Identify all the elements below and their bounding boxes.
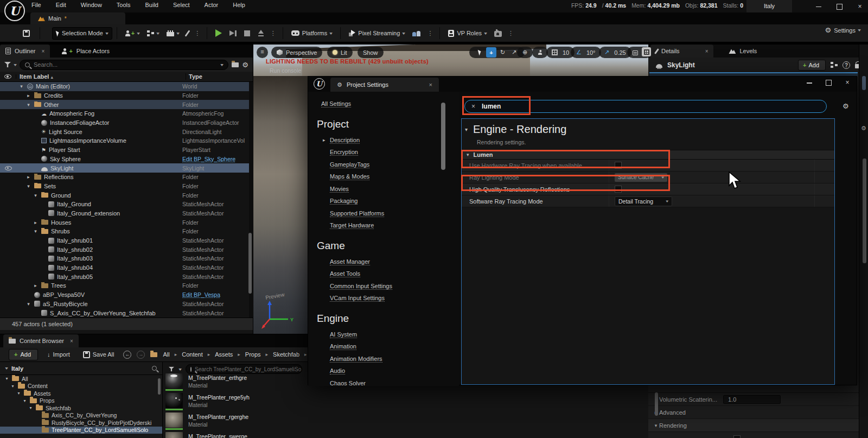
- unreal-logo[interactable]: U: [4, 1, 25, 21]
- pixel-streaming-dropdown[interactable]: Pixel Streaming ▾: [345, 27, 409, 40]
- tree-scrollbar[interactable]: [158, 378, 161, 395]
- checkbox[interactable]: [615, 162, 622, 169]
- outliner-row[interactable]: SkyLightSkyLight: [0, 163, 250, 173]
- expand-arrow-icon[interactable]: ▸: [25, 174, 31, 180]
- expand-arrow-icon[interactable]: ▾: [25, 183, 31, 189]
- outliner-search-input[interactable]: Search... ▾: [20, 60, 228, 70]
- expand-arrow-icon[interactable]: ▾: [33, 193, 39, 198]
- new-folder-icon[interactable]: [232, 62, 239, 67]
- folder-tree-row[interactable]: ▾All: [0, 375, 162, 383]
- close-icon[interactable]: ×: [42, 48, 45, 54]
- outliner-row[interactable]: ⚑Player StartPlayerStart: [0, 145, 250, 155]
- breadcrumb-item[interactable]: Content: [182, 351, 203, 358]
- folder-tree-row[interactable]: ▾Content: [0, 383, 162, 390]
- breadcrumb-item[interactable]: All: [163, 351, 169, 358]
- kebab-icon[interactable]: ⋮: [425, 30, 435, 37]
- nav-item-movies[interactable]: Movies: [330, 186, 349, 193]
- add-actor-button[interactable]: + ▾: [122, 27, 143, 40]
- asset-item[interactable]: M_TreePlanter_erthgreMaterial: [165, 373, 307, 391]
- settings-search-input[interactable]: × lumen: [464, 100, 827, 113]
- dropdown[interactable]: Surface Cache▾: [615, 173, 667, 182]
- outliner-row[interactable]: ☁Atmospheric FogAtmosphericFog: [0, 109, 250, 118]
- nav-item-gameplaytags[interactable]: GameplayTags: [330, 161, 369, 168]
- tab-outliner[interactable]: Outliner ×: [0, 45, 50, 58]
- back-icon[interactable]: ←: [123, 351, 131, 359]
- step-button[interactable]: [226, 27, 240, 40]
- expand-arrow-icon[interactable]: ▾: [16, 391, 21, 396]
- expand-arrow-icon[interactable]: ▾: [25, 301, 31, 307]
- nav-item-asset-manager[interactable]: Asset Manager: [330, 258, 370, 265]
- breadcrumb-item[interactable]: Sketchfab: [273, 351, 299, 358]
- close-icon[interactable]: ×: [856, 3, 864, 10]
- add-component-button[interactable]: + Add: [798, 60, 826, 71]
- close-icon[interactable]: ×: [844, 79, 851, 86]
- nav-item-chaos-solver[interactable]: Chaos Solver: [330, 380, 366, 386]
- surface-snap-toggle[interactable]: [532, 47, 548, 58]
- menu-actor[interactable]: Actor: [205, 2, 219, 8]
- outliner-row[interactable]: ▾SetsFolder: [0, 182, 250, 191]
- menu-tools[interactable]: Tools: [117, 2, 131, 8]
- property-value-field[interactable]: 1.0: [723, 395, 781, 404]
- cinematics-button[interactable]: ▾: [163, 27, 183, 40]
- folder-tree-row[interactable]: Axis_CC_by_OliverYeung: [0, 412, 162, 420]
- checkbox[interactable]: [615, 186, 622, 193]
- outliner-row-type[interactable]: Edit BP_Vespa: [182, 291, 250, 298]
- project-root-label[interactable]: Italy: [11, 365, 148, 372]
- outliner-row[interactable]: ▾ShrubsFolder: [0, 227, 250, 236]
- maximize-icon[interactable]: [835, 3, 843, 10]
- collapse-arrow-icon[interactable]: ▾: [465, 126, 468, 132]
- vp-roles-dropdown[interactable]: VP Roles ▾: [444, 27, 490, 40]
- nav-scrollbar[interactable]: [441, 103, 445, 170]
- outliner-row[interactable]: InstancedFoliageActorInstancedFoliageAct…: [0, 118, 250, 128]
- setting-row[interactable]: Use Hardware Ray Tracing when available: [462, 160, 834, 172]
- help-icon[interactable]: ?: [843, 61, 850, 69]
- expand-arrow-icon[interactable]: ▸: [33, 283, 39, 288]
- selection-mode-dropdown[interactable]: Selection Mode ▾: [52, 27, 112, 40]
- collapse-arrow-icon[interactable]: ▾: [5, 366, 8, 371]
- eye-cell[interactable]: [0, 166, 16, 170]
- gear-icon[interactable]: ⚙: [861, 125, 866, 132]
- category-lumen[interactable]: ▾ Lumen: [462, 150, 834, 160]
- nav-item-encryption[interactable]: Encryption: [330, 149, 358, 156]
- nav-item-description[interactable]: Description: [330, 137, 360, 144]
- nav-item-maps-modes[interactable]: Maps & Modes: [330, 173, 369, 180]
- outliner-row[interactable]: ▾Main (Editor)World: [0, 82, 250, 91]
- menu-help[interactable]: Help: [233, 2, 245, 8]
- outliner-row-type[interactable]: Edit BP_Sky_Sphere: [182, 156, 250, 162]
- close-icon[interactable]: ×: [705, 48, 709, 54]
- viewport-menu-icon[interactable]: ≡: [257, 47, 268, 58]
- tab-levels[interactable]: Levels: [723, 45, 762, 58]
- outliner-row[interactable]: Sky SphereEdit BP_Sky_Sphere: [0, 155, 250, 164]
- clear-search-icon[interactable]: ×: [471, 103, 475, 110]
- nav-item-supported-platforms[interactable]: Supported Platforms: [330, 210, 384, 217]
- stop-button[interactable]: [240, 27, 254, 40]
- virtual-camera-button[interactable]: [490, 27, 506, 40]
- asset-item[interactable]: M_TreePlanter_rgergheMaterial: [165, 412, 307, 430]
- tab-main-level[interactable]: Main *: [30, 12, 125, 24]
- expand-arrow-icon[interactable]: ▸: [25, 93, 31, 98]
- blueprints-button[interactable]: ▾: [143, 27, 163, 40]
- kebab-icon[interactable]: ⋮: [268, 30, 278, 37]
- outliner-row[interactable]: ▸ReflectionsFolder: [0, 173, 250, 182]
- folder-tree-row[interactable]: RustyBicycle_CC_by_PiotrPjotDyderski: [0, 419, 162, 427]
- viewport[interactable]: LIGHTING NEEDS TO BE REBUILT (429 unbuil…: [253, 45, 648, 76]
- multi-user-button[interactable]: [409, 27, 425, 40]
- eye-icon[interactable]: [5, 166, 12, 170]
- lit-dropdown[interactable]: Lit: [327, 47, 353, 58]
- chevron-down-icon[interactable]: ▾: [178, 367, 182, 372]
- expand-arrow-icon[interactable]: ▾: [33, 228, 39, 234]
- kebab-icon[interactable]: ⋮: [506, 30, 516, 37]
- outliner-row[interactable]: ☀Light SourceDirectionalLight: [0, 127, 250, 136]
- forward-icon[interactable]: →: [137, 351, 145, 359]
- column-type[interactable]: Type: [186, 73, 253, 80]
- minimize-icon[interactable]: [806, 79, 813, 86]
- show-dropdown[interactable]: Show: [358, 47, 384, 58]
- nav-all-settings[interactable]: All Settings: [321, 100, 351, 107]
- menu-build[interactable]: Build: [145, 2, 158, 8]
- asset-search-input[interactable]: Search TreePlanter_CC_by_LordSamueliSo: [186, 364, 302, 374]
- rotate-tool-icon[interactable]: ↻: [497, 47, 508, 58]
- setting-row[interactable]: Software Ray Tracing ModeDetail Tracing▾: [462, 195, 834, 207]
- expand-arrow-icon[interactable]: ▾: [28, 405, 33, 410]
- outliner-row[interactable]: ▾GroundFolder: [0, 191, 250, 200]
- nav-item-animation-modifiers[interactable]: Animation Modifiers: [330, 356, 382, 363]
